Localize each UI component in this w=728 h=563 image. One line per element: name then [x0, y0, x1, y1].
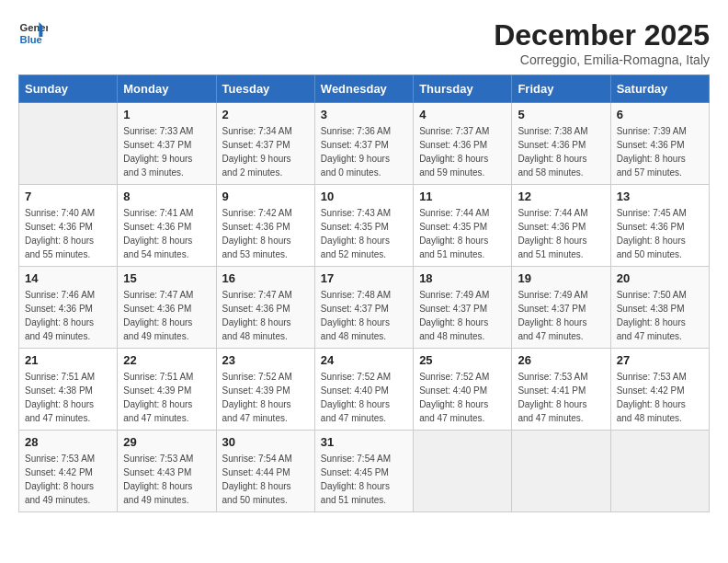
day-detail: Sunrise: 7:37 AMSunset: 4:36 PMDaylight:…: [419, 124, 506, 179]
day-number: 5: [518, 108, 604, 121]
week-row-3: 14Sunrise: 7:46 AMSunset: 4:36 PMDayligh…: [19, 267, 710, 349]
calendar-cell: 19Sunrise: 7:49 AMSunset: 4:37 PMDayligh…: [512, 267, 610, 349]
calendar-cell: 28Sunrise: 7:53 AMSunset: 4:42 PMDayligh…: [19, 431, 118, 512]
day-number: 11: [419, 190, 506, 203]
day-header-wednesday: Wednesday: [314, 75, 413, 103]
day-detail: Sunrise: 7:53 AMSunset: 4:43 PMDaylight:…: [123, 452, 210, 507]
calendar-cell: 15Sunrise: 7:47 AMSunset: 4:36 PMDayligh…: [118, 267, 216, 349]
calendar-cell: 8Sunrise: 7:41 AMSunset: 4:36 PMDaylight…: [118, 185, 216, 267]
day-detail: Sunrise: 7:46 AMSunset: 4:36 PMDaylight:…: [25, 288, 111, 343]
calendar-cell: 3Sunrise: 7:36 AMSunset: 4:37 PMDaylight…: [314, 103, 413, 185]
calendar-cell: 10Sunrise: 7:43 AMSunset: 4:35 PMDayligh…: [314, 185, 413, 267]
calendar-table: SundayMondayTuesdayWednesdayThursdayFrid…: [18, 75, 710, 512]
day-number: 1: [123, 108, 210, 121]
title-section: December 2025 Correggio, Emilia-Romagna,…: [494, 18, 710, 67]
day-header-saturday: Saturday: [610, 75, 709, 103]
calendar-cell: 30Sunrise: 7:54 AMSunset: 4:44 PMDayligh…: [216, 431, 314, 512]
day-detail: Sunrise: 7:53 AMSunset: 4:41 PMDaylight:…: [518, 370, 604, 425]
calendar-cell: 11Sunrise: 7:44 AMSunset: 4:35 PMDayligh…: [414, 185, 512, 267]
calendar-cell: 9Sunrise: 7:42 AMSunset: 4:36 PMDaylight…: [216, 185, 314, 267]
day-detail: Sunrise: 7:49 AMSunset: 4:37 PMDaylight:…: [518, 288, 604, 343]
day-detail: Sunrise: 7:53 AMSunset: 4:42 PMDaylight:…: [617, 370, 703, 425]
day-detail: Sunrise: 7:48 AMSunset: 4:37 PMDaylight:…: [321, 288, 407, 343]
day-detail: Sunrise: 7:47 AMSunset: 4:36 PMDaylight:…: [222, 288, 309, 343]
day-header-sunday: Sunday: [19, 75, 118, 103]
day-detail: Sunrise: 7:44 AMSunset: 4:35 PMDaylight:…: [419, 206, 506, 261]
calendar-cell: 23Sunrise: 7:52 AMSunset: 4:39 PMDayligh…: [216, 349, 314, 431]
calendar-cell: 31Sunrise: 7:54 AMSunset: 4:45 PMDayligh…: [314, 431, 413, 512]
day-number: 27: [617, 353, 703, 367]
day-number: 31: [321, 435, 407, 449]
calendar-cell: 16Sunrise: 7:47 AMSunset: 4:36 PMDayligh…: [216, 267, 314, 349]
day-number: 14: [25, 271, 111, 285]
day-number: 20: [617, 271, 703, 285]
calendar-cell: 5Sunrise: 7:38 AMSunset: 4:36 PMDaylight…: [512, 103, 610, 185]
day-number: 28: [25, 435, 111, 449]
calendar-cell: 18Sunrise: 7:49 AMSunset: 4:37 PMDayligh…: [414, 267, 512, 349]
calendar-cell: 21Sunrise: 7:51 AMSunset: 4:38 PMDayligh…: [19, 349, 118, 431]
day-number: 26: [518, 353, 604, 367]
calendar-cell: 17Sunrise: 7:48 AMSunset: 4:37 PMDayligh…: [314, 267, 413, 349]
day-detail: Sunrise: 7:42 AMSunset: 4:36 PMDaylight:…: [222, 206, 309, 261]
day-detail: Sunrise: 7:41 AMSunset: 4:36 PMDaylight:…: [123, 206, 210, 261]
day-detail: Sunrise: 7:52 AMSunset: 4:39 PMDaylight:…: [222, 370, 309, 425]
calendar-cell: 12Sunrise: 7:44 AMSunset: 4:36 PMDayligh…: [512, 185, 610, 267]
calendar-cell: 24Sunrise: 7:52 AMSunset: 4:40 PMDayligh…: [314, 349, 413, 431]
day-detail: Sunrise: 7:47 AMSunset: 4:36 PMDaylight:…: [123, 288, 210, 343]
week-row-4: 21Sunrise: 7:51 AMSunset: 4:38 PMDayligh…: [19, 349, 710, 431]
day-number: 12: [518, 190, 604, 203]
day-header-thursday: Thursday: [414, 75, 512, 103]
day-number: 2: [222, 108, 309, 121]
day-number: 19: [518, 271, 604, 285]
day-detail: Sunrise: 7:43 AMSunset: 4:35 PMDaylight:…: [321, 206, 407, 261]
day-number: 22: [123, 353, 210, 367]
day-detail: Sunrise: 7:52 AMSunset: 4:40 PMDaylight:…: [419, 370, 506, 425]
day-number: 23: [222, 353, 309, 367]
day-header-tuesday: Tuesday: [216, 75, 314, 103]
day-detail: Sunrise: 7:53 AMSunset: 4:42 PMDaylight:…: [25, 452, 111, 507]
day-number: 29: [123, 435, 210, 449]
calendar-cell: [610, 431, 709, 512]
day-detail: Sunrise: 7:39 AMSunset: 4:36 PMDaylight:…: [617, 124, 703, 179]
logo: General Blue: [18, 18, 48, 48]
calendar-cell: 2Sunrise: 7:34 AMSunset: 4:37 PMDaylight…: [216, 103, 314, 185]
calendar-cell: 6Sunrise: 7:39 AMSunset: 4:36 PMDaylight…: [610, 103, 709, 185]
svg-text:Blue: Blue: [20, 34, 42, 45]
calendar-cell: 7Sunrise: 7:40 AMSunset: 4:36 PMDaylight…: [19, 185, 118, 267]
calendar-cell: 26Sunrise: 7:53 AMSunset: 4:41 PMDayligh…: [512, 349, 610, 431]
day-number: 6: [617, 108, 703, 121]
day-header-monday: Monday: [118, 75, 216, 103]
day-detail: Sunrise: 7:54 AMSunset: 4:44 PMDaylight:…: [222, 452, 309, 507]
day-detail: Sunrise: 7:33 AMSunset: 4:37 PMDaylight:…: [123, 124, 210, 179]
day-number: 7: [25, 190, 111, 203]
week-row-1: 1Sunrise: 7:33 AMSunset: 4:37 PMDaylight…: [19, 103, 710, 185]
day-number: 15: [123, 271, 210, 285]
day-number: 25: [419, 353, 506, 367]
calendar-cell: 27Sunrise: 7:53 AMSunset: 4:42 PMDayligh…: [610, 349, 709, 431]
calendar-cell: 22Sunrise: 7:51 AMSunset: 4:39 PMDayligh…: [118, 349, 216, 431]
day-detail: Sunrise: 7:38 AMSunset: 4:36 PMDaylight:…: [518, 124, 604, 179]
day-number: 30: [222, 435, 309, 449]
day-number: 13: [617, 190, 703, 203]
calendar-body: 1Sunrise: 7:33 AMSunset: 4:37 PMDaylight…: [19, 103, 710, 512]
month-year-title: December 2025: [494, 18, 710, 52]
calendar-cell: 20Sunrise: 7:50 AMSunset: 4:38 PMDayligh…: [610, 267, 709, 349]
day-number: 8: [123, 190, 210, 203]
calendar-cell: 29Sunrise: 7:53 AMSunset: 4:43 PMDayligh…: [118, 431, 216, 512]
day-detail: Sunrise: 7:36 AMSunset: 4:37 PMDaylight:…: [321, 124, 407, 179]
day-detail: Sunrise: 7:51 AMSunset: 4:38 PMDaylight:…: [25, 370, 111, 425]
week-row-5: 28Sunrise: 7:53 AMSunset: 4:42 PMDayligh…: [19, 431, 710, 512]
day-header-friday: Friday: [512, 75, 610, 103]
day-detail: Sunrise: 7:34 AMSunset: 4:37 PMDaylight:…: [222, 124, 309, 179]
calendar-cell: [512, 431, 610, 512]
calendar-header: SundayMondayTuesdayWednesdayThursdayFrid…: [19, 75, 710, 103]
calendar-cell: [414, 431, 512, 512]
day-number: 17: [321, 271, 407, 285]
svg-text:General: General: [20, 22, 48, 33]
day-detail: Sunrise: 7:54 AMSunset: 4:45 PMDaylight:…: [321, 452, 407, 507]
day-number: 24: [321, 353, 407, 367]
calendar-cell: 4Sunrise: 7:37 AMSunset: 4:36 PMDaylight…: [414, 103, 512, 185]
day-number: 21: [25, 353, 111, 367]
calendar-cell: 1Sunrise: 7:33 AMSunset: 4:37 PMDaylight…: [118, 103, 216, 185]
day-detail: Sunrise: 7:44 AMSunset: 4:36 PMDaylight:…: [518, 206, 604, 261]
